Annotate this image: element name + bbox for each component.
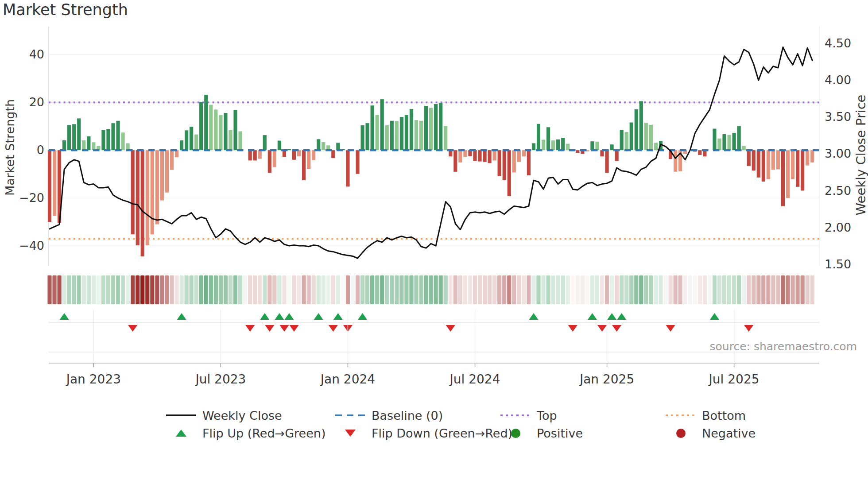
strength-bar [180,140,183,150]
strength-bar [185,130,188,150]
legend-item-flip-down: Flip Down (Green→Red) [335,426,512,440]
strength-bar [615,150,619,161]
strength-bar [229,130,232,150]
negative-circle-icon [666,426,696,440]
heatmap-cell [605,275,609,304]
right-tick-label: 4.00 [825,73,851,87]
strength-bar [190,127,193,150]
heatmap-cell [204,275,208,304]
heatmap-cell [160,275,164,304]
heatmap-cell [512,275,516,304]
flip-up-marker [710,313,719,320]
heatmap-cell [92,275,96,304]
price-line-layer [50,47,812,259]
strength-bar [590,141,594,150]
heatmap-cell [737,275,741,304]
heatmap-cell [771,275,775,304]
legend-item-negative: Negative [666,426,756,440]
strength-bar [546,127,550,150]
strength-bar [483,150,486,162]
strength-bar [331,150,335,158]
heatmap-cell [263,275,267,304]
flip-down-triangle-icon [335,426,365,440]
legend-label: Top [537,409,557,422]
strength-bar [360,125,364,150]
strength-bar [336,143,340,150]
reference-lines-layer [49,102,819,239]
strength-bar [806,150,809,166]
heatmap-cell [747,275,751,304]
heatmap-cell [566,275,570,304]
heatmap-cell [390,275,394,304]
strength-bar [453,150,457,172]
strength-bar [253,150,257,160]
heatmap-cell [87,275,91,304]
heatmap-cell [649,275,653,304]
heatmap-cell [698,275,702,304]
strength-bar [131,150,135,234]
strength-bar [170,150,174,170]
strength-bar [752,150,756,170]
right-tick-label: 1.50 [825,257,851,271]
heatmap-cell [233,275,237,304]
heatmap-cell [610,275,614,304]
strength-bar [429,108,433,151]
strength-bar [439,103,442,150]
heatmap-cell [790,275,794,304]
heatmap-cell [483,275,487,304]
heatmap-cell [786,275,790,304]
strength-bar [771,150,775,170]
strength-bar [101,130,105,150]
strength-bar [395,121,399,150]
heatmap-cell [380,275,384,304]
legend-label: Flip Down (Green→Red) [372,426,512,440]
legend-label: Weekly Close [202,409,282,422]
heatmap-cell [634,275,638,304]
heatmap-cell [214,275,218,304]
heatmap-cell [654,275,658,304]
strength-bar [649,125,653,150]
strength-bar [258,150,262,159]
source-note: source: sharemaestro.com [710,340,857,353]
strength-bar [366,123,369,150]
strength-bar [111,123,115,150]
heatmap-cell [502,275,506,304]
baseline-dash-icon [335,408,365,422]
strength-bar [419,121,423,150]
heatmap-cell [106,275,110,304]
flip-up-marker [60,313,69,320]
heatmap-cell [272,275,276,304]
strength-bar [175,150,178,157]
x-tick-label: Jan 2024 [320,372,375,387]
heatmap-cell [131,275,135,304]
heatmap-cell [585,275,589,304]
heatmap-cell [688,275,692,304]
heatmap-cell [576,275,580,304]
flip-up-marker [177,313,186,320]
left-tick-label: 40 [29,47,44,61]
left-tick-label: −20 [19,191,44,205]
strength-bar [87,136,90,150]
strength-bar [742,146,746,150]
heatmap-cell [659,275,663,304]
heatmap-cell [165,275,169,304]
heatmap-cell [253,275,257,304]
strength-bar [410,109,413,150]
heatmap-cell [190,275,194,304]
heatmap-cell [644,275,648,304]
right-tick-label: 3.00 [825,147,851,160]
heatmap-cell [356,275,360,304]
legend-item-baseline: Baseline (0) [335,408,443,422]
heatmap-cell [194,275,198,304]
strength-bar [713,129,716,151]
heatmap-cell [375,275,379,304]
heatmap-cell [341,275,345,304]
heatmap-cell [365,275,369,304]
strength-bar [160,150,164,200]
x-tick-label: Jan 2023 [66,372,121,387]
heatmap-cell [111,275,115,304]
strength-bar [151,150,154,234]
heatmap-cell [624,275,628,304]
strength-bar [517,150,521,162]
flip-down-marker [597,325,607,332]
